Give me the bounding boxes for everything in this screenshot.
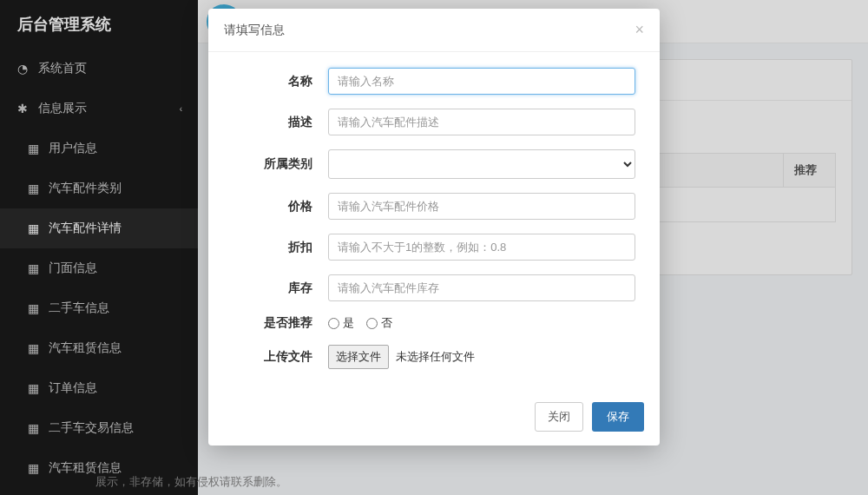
close-icon[interactable]: × <box>635 21 644 39</box>
file-choose-button[interactable]: 选择文件 <box>328 345 389 369</box>
radio-no[interactable]: 否 <box>366 315 392 331</box>
modal-body: 名称 描述 所属类别 价格 折扣 库存 <box>208 52 660 392</box>
label-discount: 折扣 <box>233 240 328 255</box>
modal-footer: 关闭 保存 <box>208 392 660 446</box>
label-upload: 上传文件 <box>233 349 328 365</box>
radio-no-input[interactable] <box>366 318 378 329</box>
input-price[interactable] <box>328 193 635 220</box>
label-stock: 库存 <box>233 280 328 296</box>
row-upload: 上传文件 选择文件 未选择任何文件 <box>233 345 635 369</box>
row-recommend: 是否推荐 是 否 <box>233 315 635 331</box>
row-price: 价格 <box>233 193 635 220</box>
label-desc: 描述 <box>233 115 328 130</box>
label-recommend: 是否推荐 <box>233 315 328 331</box>
row-desc: 描述 <box>233 109 635 135</box>
row-name: 名称 <box>233 68 635 95</box>
row-stock: 库存 <box>233 274 635 301</box>
radio-group-recommend: 是 否 <box>328 315 635 331</box>
input-stock[interactable] <box>328 274 635 301</box>
modal-title: 请填写信息 <box>224 23 285 38</box>
close-button[interactable]: 关闭 <box>535 402 583 432</box>
modal-header: 请填写信息 × <box>208 9 660 52</box>
row-discount: 折扣 <box>233 234 635 261</box>
radio-yes-input[interactable] <box>328 318 339 329</box>
input-name[interactable] <box>328 68 635 95</box>
label-price: 价格 <box>233 199 328 214</box>
radio-yes[interactable]: 是 <box>328 315 354 331</box>
modal: 请填写信息 × 名称 描述 所属类别 价格 折扣 <box>208 9 660 446</box>
label-name: 名称 <box>233 74 328 89</box>
file-input-row: 选择文件 未选择任何文件 <box>328 345 635 369</box>
row-category: 所属类别 <box>233 149 635 179</box>
label-category: 所属类别 <box>233 156 328 172</box>
select-category[interactable] <box>328 149 635 179</box>
input-desc[interactable] <box>328 109 635 135</box>
input-discount[interactable] <box>328 234 635 261</box>
save-button[interactable]: 保存 <box>592 402 644 432</box>
file-none-text: 未选择任何文件 <box>396 349 475 365</box>
